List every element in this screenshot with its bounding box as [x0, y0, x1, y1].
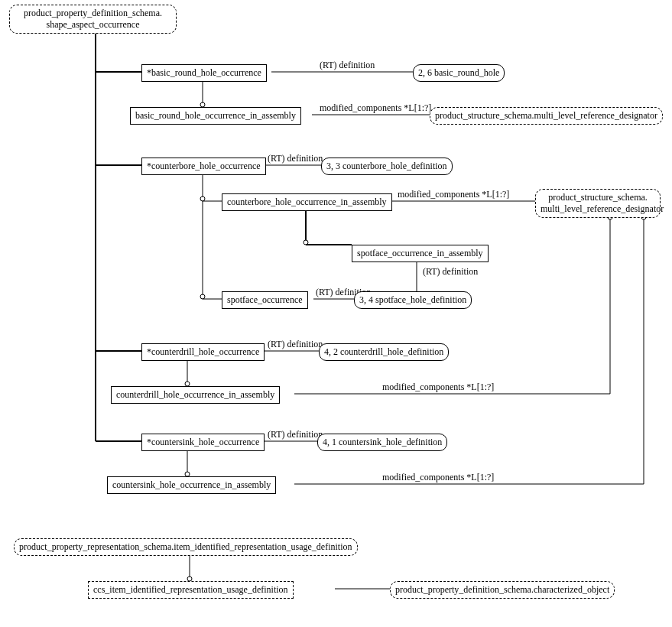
countersink-def: 4, 1 countersink_hole_definition — [317, 434, 447, 451]
countersink-occurrence: *countersink_hole_occurrence — [141, 434, 265, 451]
ccs-item: ccs_item_identified_representation_usage… — [88, 581, 294, 599]
spotface-occurrence: spotface_occurrence — [222, 291, 308, 309]
rep-usage-def: product_property_representation_schema.i… — [14, 538, 358, 556]
rt-def-label-6: (RT) definition — [268, 429, 323, 440]
basic-round-hole-occurrence: *basic_round_hole_occurrence — [141, 64, 267, 82]
counterbore-def: 3, 3 counterbore_hole_definition — [321, 158, 453, 175]
pss-mlrd-multi: product_structure_schema. multi_level_re… — [535, 189, 661, 218]
svg-point-11 — [200, 197, 205, 201]
basic-in-assembly: basic_round_hole_occurrence_in_assembly — [130, 107, 301, 125]
connector-layer — [0, 0, 672, 627]
basic-round-hole: 2, 6 basic_round_hole — [413, 64, 505, 82]
pss-mlrd-single: product_structure_schema.multi_level_ref… — [430, 107, 663, 125]
root-line2: shape_aspect_occurrence — [47, 19, 140, 30]
rt-def-label-5: (RT) definition — [268, 339, 323, 350]
pss-mlrd-line1: product_structure_schema. — [548, 192, 648, 203]
rt-def-label-1: (RT) definition — [320, 60, 375, 71]
char-object: product_property_definition_schema.chara… — [390, 581, 615, 599]
svg-point-18 — [200, 294, 205, 299]
counterdrill-def: 4, 2 counterdrill_hole_definition — [319, 343, 449, 361]
root-line1: product_property_definition_schema. — [24, 8, 162, 18]
mod-comp-label-4: modified_components *L[1:?] — [382, 472, 494, 483]
spotface-in-assembly: spotface_occurrence_in_assembly — [352, 245, 489, 262]
mod-comp-label-3: modified_components *L[1:?] — [382, 382, 494, 393]
rt-def-label-2: (RT) definition — [268, 153, 323, 164]
counterdrill-occurrence: *counterdrill_hole_occurrence — [141, 343, 265, 361]
pss-mlrd-line2: multi_level_reference_designator — [541, 203, 664, 214]
rt-def-label-3: (RT) definition — [423, 266, 478, 278]
countersink-in-assembly: countersink_hole_occurrence_in_assembly — [107, 476, 276, 494]
counterbore-occurrence: *counterbore_hole_occurrence — [141, 158, 266, 175]
spotface-def: 3, 4 spotface_hole_definition — [354, 291, 472, 309]
mod-comp-label-2: modified_components *L[1:?] — [398, 189, 509, 200]
root-entity: product_property_definition_schema. shap… — [9, 5, 177, 34]
counterdrill-in-assembly: counterdrill_hole_occurrence_in_assembly — [111, 386, 280, 404]
counterbore-in-assembly: counterbore_hole_occurrence_in_assembly — [222, 193, 392, 211]
mod-comp-label-1: modified_components *L[1:?] — [320, 102, 431, 114]
